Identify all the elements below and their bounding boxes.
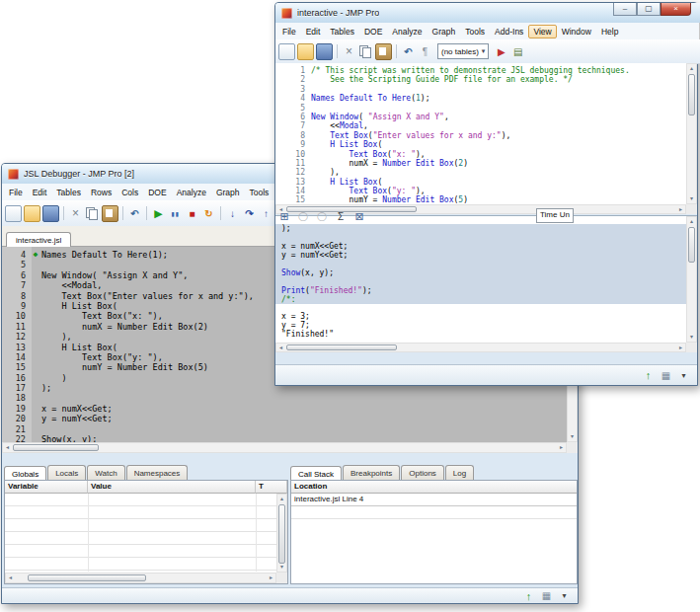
variables-vertical-scrollbar[interactable]: ▴ ▾ — [276, 494, 287, 573]
cut-icon[interactable] — [68, 206, 83, 221]
menu-doe[interactable]: DOE — [143, 186, 171, 199]
step-over-icon[interactable] — [242, 206, 257, 221]
run-icon[interactable] — [151, 206, 166, 221]
scroll-right-arrow-icon[interactable]: ▸ — [676, 344, 685, 352]
stop-icon[interactable] — [185, 206, 199, 221]
menu-tables[interactable]: Tables — [51, 186, 86, 199]
minimize-button[interactable]: – — [613, 3, 637, 16]
scrollbar-corner — [686, 204, 697, 214]
menu-analyze[interactable]: Analyze — [172, 186, 211, 199]
crossbox-icon[interactable] — [352, 209, 366, 223]
menu-tools[interactable]: Tools — [460, 25, 490, 38]
status-grid-icon[interactable] — [659, 368, 673, 383]
scrollbar-thumb[interactable] — [688, 74, 695, 115]
copy-icon[interactable] — [85, 206, 100, 221]
tab-interactive-jsl[interactable]: interactive.jsl — [6, 232, 71, 247]
output-vertical-scrollbar[interactable]: ▴ ▾ — [686, 216, 697, 343]
tab-namespaces[interactable]: Namespaces — [126, 465, 189, 480]
step-into-icon[interactable] — [225, 206, 240, 221]
line-number: 5 — [2, 260, 30, 269]
menu-tables[interactable]: Tables — [325, 25, 359, 38]
callstack-row[interactable]: interactive.jsl Line 4 — [291, 494, 577, 506]
scroll-right-arrow-icon[interactable]: ▸ — [267, 574, 275, 582]
tab-log[interactable]: Log — [445, 465, 474, 480]
menu-rows[interactable]: Rows — [86, 186, 117, 199]
status-grid-icon[interactable] — [539, 588, 554, 603]
scroll-left-arrow-icon[interactable]: ◂ — [6, 574, 15, 582]
menu-file[interactable]: File — [277, 25, 301, 38]
scrollbar-thumb[interactable] — [278, 504, 285, 564]
reset-icon[interactable] — [201, 206, 216, 221]
undo-icon[interactable] — [127, 206, 142, 221]
scroll-down-arrow-icon[interactable]: ▾ — [687, 333, 696, 342]
scroll-down-arrow-icon[interactable]: ▾ — [568, 432, 577, 441]
menu-analyze[interactable]: Analyze — [387, 25, 427, 38]
new-table-icon[interactable] — [278, 43, 295, 60]
status-dropdown-icon[interactable] — [676, 368, 691, 383]
scrollbar-thumb[interactable] — [28, 574, 146, 581]
circle2-icon[interactable] — [315, 209, 329, 223]
new-script-icon[interactable] — [510, 44, 525, 59]
scroll-right-arrow-icon[interactable]: ▸ — [557, 443, 566, 452]
menu-window[interactable]: Window — [557, 25, 596, 38]
menu-edit[interactable]: Edit — [301, 25, 326, 38]
scroll-left-arrow-icon[interactable]: ◂ — [3, 443, 12, 452]
paste-icon[interactable] — [102, 205, 118, 222]
pause-icon[interactable] — [168, 206, 183, 221]
tab-options[interactable]: Options — [401, 465, 444, 480]
format-icon[interactable] — [418, 44, 432, 59]
tab-watch[interactable]: Watch — [87, 465, 124, 480]
scroll-up-arrow-icon[interactable]: ▴ — [687, 217, 696, 226]
menu-view[interactable]: View — [528, 25, 556, 38]
debugger-code-horizontal-scrollbar[interactable]: ◂ ▸ — [2, 442, 567, 453]
save-icon[interactable] — [42, 205, 59, 222]
open-icon[interactable] — [24, 205, 40, 222]
editor-vertical-scrollbar[interactable]: ▴ ▾ — [686, 63, 697, 204]
tab-globals[interactable]: Globals — [4, 466, 46, 481]
step-out-icon[interactable] — [259, 206, 273, 221]
menu-cols[interactable]: Cols — [117, 186, 143, 199]
scroll-right-arrow-icon[interactable]: ▸ — [676, 205, 685, 214]
tab-breakpoints[interactable]: Breakpoints — [343, 465, 400, 480]
tables-dropdown[interactable]: (no tables) ▾ — [437, 43, 489, 59]
save-icon[interactable] — [316, 43, 333, 60]
new-table-icon[interactable] — [5, 205, 22, 222]
scroll-up-arrow-icon[interactable]: ▴ — [687, 64, 696, 73]
menu-edit[interactable]: Edit — [28, 186, 52, 199]
open-icon[interactable] — [297, 43, 314, 60]
menu-tools[interactable]: Tools — [245, 186, 274, 199]
maximize-button[interactable]: ▢ — [637, 3, 661, 16]
status-dropdown-icon[interactable] — [557, 588, 572, 603]
status-up-icon[interactable] — [641, 368, 656, 383]
copy-icon[interactable] — [358, 44, 373, 59]
menu-doe[interactable]: DOE — [359, 25, 387, 38]
run-script-icon[interactable] — [494, 44, 508, 59]
time-units-toolbar-item[interactable]: Time Un — [536, 208, 574, 223]
tab-call-stack[interactable]: Call Stack — [290, 466, 342, 481]
variables-horizontal-scrollbar[interactable]: ◂ ▸ — [5, 573, 276, 583]
scrollbar-thumb[interactable] — [688, 227, 695, 263]
paste-icon[interactable] — [375, 43, 392, 60]
menu-graph[interactable]: Graph — [428, 25, 461, 38]
scrollbar-thumb[interactable] — [13, 444, 99, 451]
menu-file[interactable]: File — [4, 186, 28, 199]
menu-add-ins[interactable]: Add-Ins — [490, 25, 528, 38]
scroll-down-arrow-icon[interactable]: ▾ — [277, 563, 286, 572]
status-up-icon[interactable] — [521, 588, 536, 603]
sigma-icon[interactable] — [334, 209, 348, 223]
undo-icon[interactable] — [401, 44, 416, 59]
grid-icon[interactable] — [277, 209, 291, 223]
menu-graph[interactable]: Graph — [211, 186, 245, 199]
script-output-pane[interactable]: );x = numX<<Get;y = numY<<Get;Show(x, y)… — [275, 215, 697, 352]
scroll-left-arrow-icon[interactable]: ◂ — [276, 344, 285, 352]
cut-icon[interactable] — [342, 44, 356, 59]
close-button[interactable]: × — [661, 3, 691, 16]
scroll-down-arrow-icon[interactable]: ▾ — [687, 194, 696, 203]
tab-locals[interactable]: Locals — [47, 465, 86, 480]
circle-icon[interactable] — [296, 209, 310, 223]
menu-help[interactable]: Help — [596, 25, 623, 38]
scrollbar-thumb[interactable] — [286, 344, 397, 350]
scroll-up-arrow-icon[interactable]: ▴ — [277, 495, 286, 503]
script-editor[interactable]: 1/* This script was written to demonstra… — [275, 63, 697, 214]
output-horizontal-scrollbar[interactable]: ◂ ▸ — [275, 343, 686, 352]
